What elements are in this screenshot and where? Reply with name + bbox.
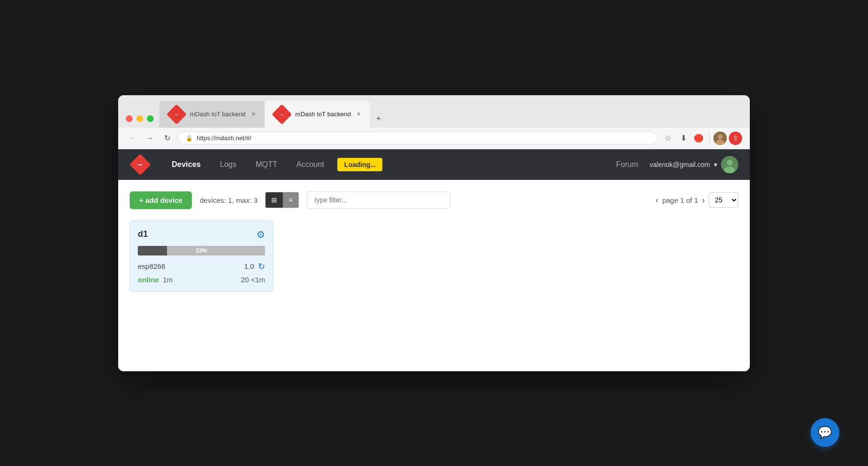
svg-point-5: [718, 134, 723, 139]
pagination: ‹ page 1 of 1 › 10 25 50 100: [654, 192, 738, 208]
nav-mqtt[interactable]: MQTT: [246, 149, 287, 180]
user-avatar-image: [721, 156, 738, 173]
chat-icon: 💬: [818, 426, 832, 439]
chevron-down-icon: ▾: [714, 161, 717, 168]
minimize-button[interactable]: [136, 115, 143, 122]
forum-link[interactable]: Forum: [616, 160, 638, 169]
progress-label: 23%: [196, 247, 207, 254]
profile-icon[interactable]: [713, 132, 727, 145]
filter-input[interactable]: [307, 191, 450, 209]
device-status-row: online 1m 20 <1m: [138, 276, 265, 284]
device-stats: 20 <1m: [241, 276, 265, 284]
browser-toolbar-icons: ☆ ⬇ 🛑 ⇧: [661, 132, 742, 145]
device-count: devices: 1, max: 3: [200, 196, 257, 204]
title-bar: ~ mDash IoT backend ✕ ~ mDash IoT backen…: [118, 95, 750, 128]
nav-devices[interactable]: Devices: [162, 149, 211, 180]
logo-svg: ~: [130, 154, 151, 175]
user-avatar: [721, 156, 738, 173]
nav-links: Devices Logs MQTT Account Loading...: [162, 149, 382, 180]
tab-bar: ~ mDash IoT backend ✕ ~ mDash IoT backen…: [159, 101, 385, 128]
svg-text:~: ~: [138, 161, 142, 169]
page-info: page 1 of 1: [662, 196, 698, 204]
tab-title-2: mDash IoT backend: [295, 111, 351, 118]
back-button[interactable]: ←: [126, 132, 139, 145]
download-icon[interactable]: ⬇: [677, 132, 690, 145]
nav-logs[interactable]: Logs: [211, 149, 246, 180]
tab-close-2[interactable]: ✕: [355, 111, 362, 118]
user-email: valenok@gmail.com: [650, 161, 710, 168]
device-settings-icon[interactable]: ⚙: [256, 229, 265, 240]
uptime: 1m: [163, 276, 173, 284]
logo: ~: [130, 154, 151, 175]
svg-text:~: ~: [175, 111, 178, 118]
notification-icon[interactable]: ⇧: [729, 132, 742, 145]
add-device-button[interactable]: + add device: [130, 191, 192, 209]
loading-badge: Loading...: [337, 158, 382, 171]
url-display: https://mdash.net/#/: [197, 134, 251, 142]
address-input[interactable]: 🔒 https://mdash.net/#/: [178, 132, 657, 144]
progress-bar-fill: [138, 246, 167, 255]
user-menu[interactable]: valenok@gmail.com ▾: [650, 156, 738, 173]
app-container: ~ Devices Logs MQTT Account Loading... F…: [118, 149, 750, 371]
device-card-header: d1 ⚙: [138, 229, 265, 240]
svg-point-10: [727, 160, 733, 166]
per-page-select[interactable]: 10 25 50 100: [709, 192, 738, 208]
nav-right: Forum valenok@gmail.com ▾: [616, 156, 739, 173]
tab-favicon-1: ~: [167, 105, 186, 124]
view-toggle: ⊞ ≡: [265, 192, 299, 208]
refresh-icon[interactable]: ↻: [258, 261, 265, 272]
lock-icon: 🔒: [186, 135, 193, 142]
avatar-image: [713, 132, 727, 145]
toolbar-row: + add device devices: 1, max: 3 ⊞ ≡ ‹ pa…: [130, 191, 738, 209]
list-view-button[interactable]: ≡: [283, 192, 298, 208]
close-button[interactable]: [126, 115, 133, 122]
new-tab-button[interactable]: +: [372, 112, 385, 126]
address-bar: ← → ↻ 🔒 https://mdash.net/#/ ☆ ⬇ 🛑 ⇧: [118, 128, 750, 149]
content-area: + add device devices: 1, max: 3 ⊞ ≡ ‹ pa…: [118, 180, 750, 371]
prev-page-button[interactable]: ‹: [654, 193, 660, 207]
devices-grid: d1 ⚙ 23% esp8266 1.0 ↻: [130, 221, 738, 292]
bookmark-icon[interactable]: ☆: [661, 132, 675, 145]
next-page-button[interactable]: ›: [700, 193, 707, 207]
progress-bar: 23%: [138, 246, 265, 255]
svg-text:~: ~: [280, 111, 284, 118]
device-card[interactable]: d1 ⚙ 23% esp8266 1.0 ↻: [130, 221, 273, 292]
device-name: d1: [138, 229, 148, 239]
device-type: esp8266: [138, 262, 166, 270]
separator: [709, 133, 710, 144]
status-badge: online: [138, 276, 159, 284]
nav-bar: ~ Devices Logs MQTT Account Loading... F…: [118, 149, 750, 180]
browser-tab-1[interactable]: ~ mDash IoT backend ✕: [159, 101, 265, 128]
tab-favicon-2: ~: [272, 105, 291, 124]
browser-tab-2[interactable]: ~ mDash IoT backend ✕: [265, 101, 370, 128]
reload-button[interactable]: ↻: [160, 132, 174, 145]
maximize-button[interactable]: [147, 115, 154, 122]
device-version: 1.0: [244, 262, 254, 270]
grid-view-button[interactable]: ⊞: [266, 192, 283, 208]
device-info-row: esp8266 1.0 ↻: [138, 261, 265, 272]
tab-close-1[interactable]: ✕: [249, 111, 257, 118]
forward-button[interactable]: →: [143, 132, 156, 145]
window-controls: [126, 115, 154, 128]
tab-title-1: mDash IoT backend: [190, 111, 245, 118]
adblock-icon[interactable]: 🛑: [692, 132, 705, 145]
nav-account[interactable]: Account: [287, 149, 334, 180]
chat-button[interactable]: 💬: [811, 418, 839, 447]
